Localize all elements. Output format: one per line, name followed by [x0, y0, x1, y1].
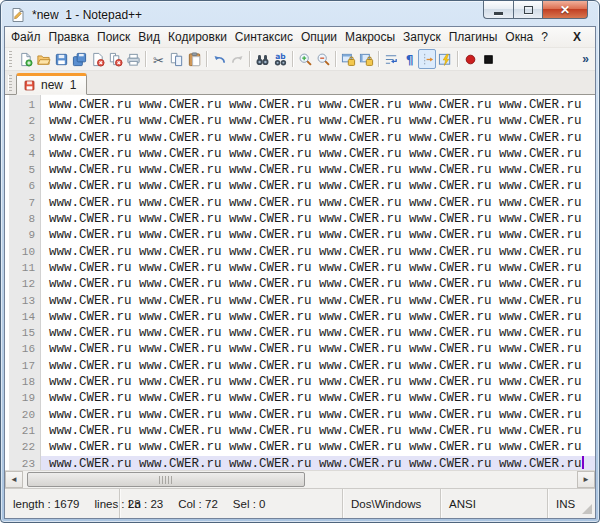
editor-line[interactable]: www.CWER.ru www.CWER.ru www.CWER.ru www.… — [41, 113, 595, 129]
line-number[interactable]: 2 — [9, 113, 40, 129]
editor-line[interactable]: www.CWER.ru www.CWER.ru www.CWER.ru www.… — [41, 178, 595, 194]
scroll-left-arrow[interactable]: ◄ — [5, 471, 23, 488]
doc-switcher-icon[interactable] — [436, 49, 454, 69]
line-number[interactable]: 20 — [9, 407, 40, 423]
line-number[interactable]: 5 — [9, 162, 40, 178]
editor-line[interactable]: www.CWER.ru www.CWER.ru www.CWER.ru www.… — [41, 341, 595, 357]
line-number[interactable]: 23 — [9, 456, 40, 470]
line-number[interactable]: 22 — [9, 439, 40, 455]
editor-line[interactable]: www.CWER.ru www.CWER.ru www.CWER.ru www.… — [41, 227, 595, 243]
status-eol-format[interactable]: Dos\Windows — [343, 489, 441, 518]
zoom-in-icon[interactable] — [296, 49, 314, 69]
toolbar-overflow-chevron-icon[interactable]: » — [580, 52, 591, 66]
editor-line[interactable]: www.CWER.ru www.CWER.ru www.CWER.ru www.… — [41, 276, 595, 292]
sync-vertical-scroll-icon[interactable] — [339, 49, 357, 69]
line-number[interactable]: 9 — [9, 227, 40, 243]
undo-icon[interactable] — [210, 49, 228, 69]
macro-record-icon[interactable] — [461, 49, 479, 69]
menu-item-10[interactable]: Окна — [501, 28, 537, 46]
line-number[interactable]: 15 — [9, 325, 40, 341]
cut-icon[interactable]: ✂ — [149, 49, 167, 69]
line-number[interactable]: 18 — [9, 374, 40, 390]
editor-line[interactable]: www.CWER.ru www.CWER.ru www.CWER.ru www.… — [41, 390, 595, 406]
editor-line[interactable]: www.CWER.ru www.CWER.ru www.CWER.ru www.… — [41, 211, 595, 227]
editor-line[interactable]: www.CWER.ru www.CWER.ru www.CWER.ru www.… — [41, 374, 595, 390]
menu-item-1[interactable]: Правка — [45, 28, 94, 46]
close-all-icon[interactable] — [106, 49, 124, 69]
menu-item-8[interactable]: Запуск — [399, 28, 445, 46]
editor-line[interactable]: www.CWER.ru www.CWER.ru www.CWER.ru www.… — [41, 293, 595, 309]
editor-line[interactable]: www.CWER.ru www.CWER.ru www.CWER.ru www.… — [41, 162, 595, 178]
line-number[interactable]: 16 — [9, 341, 40, 357]
line-number[interactable]: 7 — [9, 195, 40, 211]
menu-item-5[interactable]: Синтаксис — [231, 28, 297, 46]
status-typing-mode[interactable]: INS — [548, 489, 595, 518]
editor-line[interactable]: www.CWER.ru www.CWER.ru www.CWER.ru www.… — [41, 358, 595, 374]
copy-icon[interactable] — [167, 49, 185, 69]
editor-line[interactable]: www.CWER.ru www.CWER.ru www.CWER.ru www.… — [41, 423, 595, 439]
word-wrap-icon[interactable] — [382, 49, 400, 69]
line-number[interactable]: 4 — [9, 146, 40, 162]
line-number[interactable]: 11 — [9, 260, 40, 276]
editor-line[interactable]: www.CWER.ru www.CWER.ru www.CWER.ru www.… — [41, 195, 595, 211]
editor-line[interactable]: www.CWER.ru www.CWER.ru www.CWER.ru www.… — [41, 244, 595, 260]
save-all-icon[interactable] — [70, 49, 88, 69]
maximize-button[interactable] — [513, 1, 542, 19]
show-all-chars-icon[interactable]: ¶ — [400, 49, 418, 69]
indent-guide-icon[interactable] — [418, 49, 436, 69]
title-bar[interactable]: *new 1 - Notepad++ ✕ — [4, 1, 596, 26]
line-number[interactable]: 8 — [9, 211, 40, 227]
tab-new-1[interactable]: new 1 — [16, 73, 87, 95]
menu-item-6[interactable]: Опции — [297, 28, 341, 46]
editor-line[interactable]: www.CWER.ru www.CWER.ru www.CWER.ru www.… — [41, 146, 595, 162]
print-icon[interactable] — [124, 49, 142, 69]
editor-area[interactable]: 1234567891011121314151617181920212223 ww… — [5, 95, 595, 470]
horizontal-scrollbar[interactable]: ◄ ► — [5, 470, 595, 488]
menu-item-4[interactable]: Кодировки — [164, 28, 231, 46]
scrollbar-thumb[interactable] — [27, 472, 305, 487]
editor-line[interactable]: www.CWER.ru www.CWER.ru www.CWER.ru www.… — [41, 439, 595, 455]
menu-item-9[interactable]: Плагины — [445, 28, 502, 46]
sync-horizontal-scroll-icon[interactable] — [357, 49, 375, 69]
editor-line[interactable]: www.CWER.ru www.CWER.ru www.CWER.ru www.… — [41, 309, 595, 325]
line-number[interactable]: 12 — [9, 276, 40, 292]
status-encoding[interactable]: ANSI — [441, 489, 548, 518]
editor-lines[interactable]: www.CWER.ru www.CWER.ru www.CWER.ru www.… — [41, 95, 595, 470]
close-file-icon[interactable] — [88, 49, 106, 69]
line-number[interactable]: 13 — [9, 293, 40, 309]
scroll-right-arrow[interactable]: ► — [577, 471, 595, 488]
resize-grip[interactable] — [582, 504, 592, 514]
line-number[interactable]: 17 — [9, 358, 40, 374]
zoom-out-icon[interactable] — [314, 49, 332, 69]
paste-icon[interactable] — [185, 49, 203, 69]
close-button[interactable]: ✕ — [542, 1, 588, 19]
menu-item-7[interactable]: Макросы — [341, 28, 399, 46]
save-icon[interactable] — [52, 49, 70, 69]
editor-line[interactable]: www.CWER.ru www.CWER.ru www.CWER.ru www.… — [41, 260, 595, 276]
line-number-margin[interactable]: 1234567891011121314151617181920212223 — [9, 95, 41, 470]
toolbar-gripper[interactable] — [8, 51, 12, 67]
editor-line[interactable]: www.CWER.ru www.CWER.ru www.CWER.ru www.… — [41, 407, 595, 423]
line-number[interactable]: 21 — [9, 423, 40, 439]
scrollbar-track[interactable] — [23, 471, 577, 488]
editor-line[interactable]: www.CWER.ru www.CWER.ru www.CWER.ru www.… — [41, 325, 595, 341]
line-number[interactable]: 10 — [9, 244, 40, 260]
open-file-icon[interactable] — [34, 49, 52, 69]
line-number[interactable]: 6 — [9, 178, 40, 194]
line-number[interactable]: 3 — [9, 130, 40, 146]
replace-icon[interactable]: ab — [271, 49, 289, 69]
editor-line[interactable]: www.CWER.ru www.CWER.ru www.CWER.ru www.… — [41, 456, 595, 470]
editor-line[interactable]: www.CWER.ru www.CWER.ru www.CWER.ru www.… — [41, 97, 595, 113]
menu-item-11[interactable]: ? — [537, 28, 552, 46]
editor-line[interactable]: www.CWER.ru www.CWER.ru www.CWER.ru www.… — [41, 130, 595, 146]
line-number[interactable]: 1 — [9, 97, 40, 113]
tabbar-gripper[interactable] — [8, 75, 12, 91]
new-file-icon[interactable] — [16, 49, 34, 69]
line-number[interactable]: 14 — [9, 309, 40, 325]
redo-icon[interactable] — [228, 49, 246, 69]
menu-item-3[interactable]: Вид — [134, 28, 164, 46]
minimize-button[interactable] — [483, 1, 513, 19]
menu-item-0[interactable]: Файл — [7, 28, 45, 46]
macro-stop-icon[interactable] — [479, 49, 497, 69]
line-number[interactable]: 19 — [9, 390, 40, 406]
